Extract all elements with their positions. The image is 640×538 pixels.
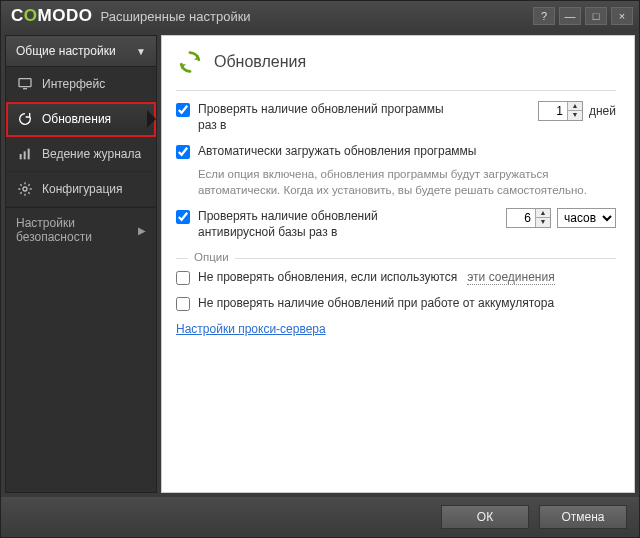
titlebar: COMODO Расширенные настройки ? — □ × <box>1 1 639 31</box>
sidebar-group-general[interactable]: Общие настройки ▼ <box>6 36 156 67</box>
svg-rect-2 <box>20 154 22 159</box>
label-auto-download: Автоматически загружать обновления прогр… <box>198 143 616 159</box>
refresh-large-icon <box>176 48 204 76</box>
chevron-right-icon: ▶ <box>138 225 146 236</box>
input-av-interval[interactable] <box>507 209 535 227</box>
gear-icon <box>16 180 34 198</box>
maximize-button[interactable]: □ <box>585 7 607 25</box>
unit-days: дней <box>589 104 616 118</box>
sidebar-item-label: Обновления <box>42 112 111 126</box>
spinner-up-icon[interactable]: ▲ <box>568 102 582 111</box>
legend-options: Опции <box>188 251 235 263</box>
row-check-av: Проверять наличие обновлений антивирусно… <box>176 208 616 240</box>
label-skip-battery: Не проверять наличие обновлений при рабо… <box>198 295 616 311</box>
body: Общие настройки ▼ Интерфейс Обновления <box>1 31 639 497</box>
chart-icon <box>16 145 34 163</box>
page-header: Обновления <box>176 48 616 76</box>
cancel-button[interactable]: Отмена <box>539 505 627 529</box>
link-proxy-settings[interactable]: Настройки прокси-сервера <box>176 322 326 336</box>
refresh-icon <box>16 110 34 128</box>
label-check-av: Проверять наличие обновлений антивирусно… <box>198 208 448 240</box>
checkbox-check-av[interactable] <box>176 210 190 224</box>
label-skip-connections: Не проверять обновления, если используют… <box>198 269 616 285</box>
sidebar-item-interface[interactable]: Интерфейс <box>6 67 156 102</box>
ok-button[interactable]: ОК <box>441 505 529 529</box>
sidebar-item-label: Конфигурация <box>42 182 123 196</box>
monitor-icon <box>16 75 34 93</box>
app-window: COMODO Расширенные настройки ? — □ × Общ… <box>0 0 640 538</box>
window-subtitle: Расширенные настройки <box>100 9 250 24</box>
content-panel: Обновления Проверять наличие обновлений … <box>161 35 635 493</box>
link-connections[interactable]: эти соединения <box>467 270 554 285</box>
sidebar-group-security[interactable]: Настройки безопасности ▶ <box>6 207 156 252</box>
hint-auto-download: Если опция включена, обновления программ… <box>198 166 616 198</box>
svg-rect-3 <box>24 151 26 159</box>
close-button[interactable]: × <box>611 7 633 25</box>
svg-point-5 <box>23 187 27 191</box>
checkbox-check-program[interactable] <box>176 103 190 117</box>
sidebar: Общие настройки ▼ Интерфейс Обновления <box>5 35 157 493</box>
sidebar-group-general-label: Общие настройки <box>16 44 116 58</box>
page-title: Обновления <box>214 53 306 71</box>
label-check-program: Проверять наличие обновлений программы р… <box>198 101 448 133</box>
row-auto-download: Автоматически загружать обновления прогр… <box>176 143 616 159</box>
minimize-button[interactable]: — <box>559 7 581 25</box>
input-program-interval[interactable] <box>539 102 567 120</box>
sidebar-item-updates[interactable]: Обновления <box>6 102 156 137</box>
row-proxy: Настройки прокси-сервера <box>176 322 616 336</box>
row-check-program: Проверять наличие обновлений программы р… <box>176 101 616 133</box>
spinner-av-interval: ▲ ▼ <box>506 208 551 228</box>
svg-rect-4 <box>28 149 30 160</box>
divider <box>176 90 616 91</box>
label-skip-connections-text: Не проверять обновления, если используют… <box>198 270 457 284</box>
sidebar-item-configuration[interactable]: Конфигурация <box>6 172 156 207</box>
fieldset-options: Опции Не проверять обновления, если испо… <box>176 258 616 345</box>
row-skip-battery: Не проверять наличие обновлений при рабо… <box>176 295 616 311</box>
sidebar-item-logging[interactable]: Ведение журнала <box>6 137 156 172</box>
footer: ОК Отмена <box>1 497 639 537</box>
spinner-up-icon[interactable]: ▲ <box>536 209 550 218</box>
checkbox-auto-download[interactable] <box>176 145 190 159</box>
row-skip-connections: Не проверять обновления, если используют… <box>176 269 616 285</box>
brand-logo: COMODO <box>11 6 92 26</box>
spinner-program-interval: ▲ ▼ <box>538 101 583 121</box>
checkbox-skip-battery[interactable] <box>176 297 190 311</box>
sidebar-item-label: Интерфейс <box>42 77 105 91</box>
select-av-unit[interactable]: часов <box>557 208 616 228</box>
checkbox-skip-connections[interactable] <box>176 271 190 285</box>
help-button[interactable]: ? <box>533 7 555 25</box>
sidebar-item-label: Ведение журнала <box>42 147 141 161</box>
chevron-down-icon: ▼ <box>136 46 146 57</box>
svg-rect-0 <box>19 79 31 87</box>
spinner-down-icon[interactable]: ▼ <box>536 218 550 227</box>
spinner-down-icon[interactable]: ▼ <box>568 111 582 120</box>
sidebar-group-security-label: Настройки безопасности <box>16 216 138 244</box>
svg-rect-1 <box>23 88 27 89</box>
